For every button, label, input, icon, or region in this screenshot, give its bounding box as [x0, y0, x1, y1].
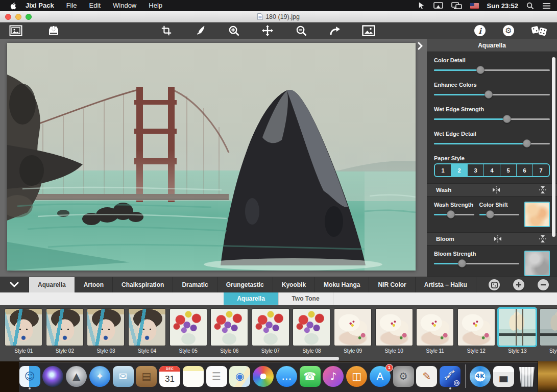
shuffle-presets-button[interactable] [489, 279, 500, 290]
input-source-flag-icon[interactable] [470, 3, 479, 9]
slider-thumb[interactable] [476, 66, 485, 74]
menu-clock[interactable]: Sun 23:52 [487, 2, 518, 10]
style-preview-image[interactable] [540, 309, 557, 346]
paper-style-option[interactable]: 7 [533, 164, 549, 176]
flip-horizontal-icon[interactable] [491, 185, 501, 194]
dock-item[interactable]: JixiPix FX [439, 366, 461, 389]
crop-button[interactable] [160, 24, 173, 37]
airplay-display-icon[interactable] [433, 2, 443, 10]
system-preferences-icon[interactable]: ⚙ [393, 366, 414, 387]
wet-edge-detail-slider[interactable] [434, 139, 550, 148]
flip-vertical-icon[interactable] [538, 185, 548, 194]
style-thumbnail[interactable]: Style 04 [127, 309, 168, 354]
slider-thumb[interactable] [503, 115, 511, 123]
style-thumbnail[interactable]: Style 01 [3, 309, 44, 354]
dock-item[interactable]: ▄ [493, 366, 514, 389]
contacts-icon[interactable]: ▤ [136, 366, 157, 387]
safari-icon[interactable]: ✦ [89, 366, 110, 387]
dock-item[interactable]: ◉ [229, 366, 251, 389]
dock-item[interactable]: ☎ [299, 366, 321, 389]
style-thumbnail[interactable]: Style 07 [250, 309, 292, 354]
style-thumbnail[interactable]: Style 09 [332, 309, 374, 354]
style-preview-image[interactable] [252, 309, 289, 346]
launchpad-icon[interactable]: ▲ [66, 366, 87, 387]
messages-icon[interactable]: … [276, 366, 297, 387]
expand-panel-button[interactable] [416, 41, 425, 51]
facetime-icon[interactable]: ☎ [300, 366, 321, 387]
effect-tab[interactable]: NIR Color [369, 277, 415, 292]
ibooks-icon[interactable]: ◫ [346, 366, 367, 387]
photos-icon[interactable] [253, 366, 274, 387]
style-thumbnail[interactable]: Style 12 [456, 309, 497, 354]
slider-thumb[interactable] [458, 259, 466, 267]
paper-style-option[interactable]: 3 [468, 164, 484, 176]
paper-style-option[interactable]: 5 [500, 164, 517, 176]
dock-item[interactable]: … [276, 366, 297, 389]
dock-item[interactable]: ⚙ [393, 366, 414, 389]
info-button[interactable]: i [473, 24, 487, 37]
style-thumbnail[interactable]: Style 13 [497, 309, 538, 354]
dock-item[interactable]: ✉ [112, 366, 134, 389]
remove-preset-button[interactable] [538, 279, 549, 290]
style-preview-image[interactable] [499, 309, 536, 346]
dock-item[interactable] [182, 366, 204, 389]
zoom-out-button[interactable] [295, 24, 308, 37]
compare-original-button[interactable] [362, 24, 375, 37]
style-thumbnail[interactable]: Style 03 [85, 309, 127, 354]
paper-style-option[interactable]: 1 [435, 164, 451, 176]
wet-edge-strength-slider[interactable] [434, 114, 550, 124]
style-preview-image[interactable] [87, 309, 124, 346]
style-thumbnail[interactable]: Style 06 [209, 309, 250, 354]
thumbnails-scrollbar[interactable] [19, 357, 339, 360]
brush-button[interactable] [193, 24, 207, 37]
style-preview-image[interactable] [458, 309, 495, 346]
style-thumbnail[interactable]: Style 10 [373, 309, 415, 354]
style-thumbnail[interactable]: Style 08 [291, 309, 332, 354]
style-preview-image[interactable] [5, 309, 42, 346]
dock-item[interactable]: ☺ [19, 366, 40, 389]
style-preview-image[interactable] [334, 309, 371, 346]
zoom-in-button[interactable] [227, 24, 240, 37]
menu-item[interactable]: Edit [83, 0, 107, 11]
itunes-icon[interactable]: ♪ [323, 366, 344, 387]
style-preview-image[interactable] [211, 309, 248, 346]
app-store-icon[interactable]: A 1 [370, 366, 391, 387]
redo-button[interactable] [328, 24, 342, 37]
dock-item[interactable] [42, 366, 64, 389]
menu-item[interactable]: Jixi Pack [19, 0, 60, 11]
effect-tab[interactable]: Artoon [75, 277, 113, 292]
image-view-button[interactable] [9, 24, 22, 37]
collapse-tray-button[interactable] [0, 277, 29, 292]
menu-item[interactable]: Window [107, 0, 142, 11]
wash-texture-swatch[interactable] [524, 202, 550, 227]
slider-thumb[interactable] [447, 210, 455, 218]
flip-vertical-icon[interactable] [538, 234, 548, 243]
flip-horizontal-icon[interactable] [493, 234, 503, 243]
style-thumbnail[interactable]: Style 14 [538, 309, 557, 354]
bloom-strength-slider[interactable] [434, 259, 519, 268]
dock-item[interactable]: ♪ [323, 366, 344, 389]
dock-item[interactable]: ▤ [136, 366, 157, 389]
panel-scrollbar[interactable] [552, 57, 555, 237]
preset-category-tab[interactable]: Aquarella [224, 292, 279, 305]
paper-style-option[interactable]: 2 [451, 164, 468, 176]
style-preview-image[interactable] [417, 309, 453, 346]
effect-tab[interactable]: Arti [476, 277, 483, 292]
image-capture-icon[interactable]: ▄ [493, 366, 514, 387]
notes-icon[interactable] [183, 366, 204, 387]
spotlight-search-icon[interactable] [526, 2, 534, 10]
dock-item[interactable]: ✎ [416, 366, 438, 389]
dock-separator[interactable] [465, 364, 466, 388]
style-preview-image[interactable] [129, 309, 165, 346]
dock-item[interactable]: ✦ [89, 366, 110, 389]
style-preview-image[interactable] [170, 309, 207, 346]
calendar-icon[interactable]: DEC 31 [159, 366, 180, 387]
effect-tab[interactable]: Kyoobik [273, 277, 315, 292]
canvas-image[interactable] [7, 43, 416, 271]
finder-icon[interactable]: ☺ [19, 366, 40, 387]
slider-thumb[interactable] [523, 139, 531, 148]
effect-tab[interactable]: Grungetastic [217, 277, 273, 292]
color-detail-slider[interactable] [434, 65, 550, 75]
menu-item[interactable]: File [60, 0, 83, 11]
dock-item[interactable] [252, 366, 274, 389]
